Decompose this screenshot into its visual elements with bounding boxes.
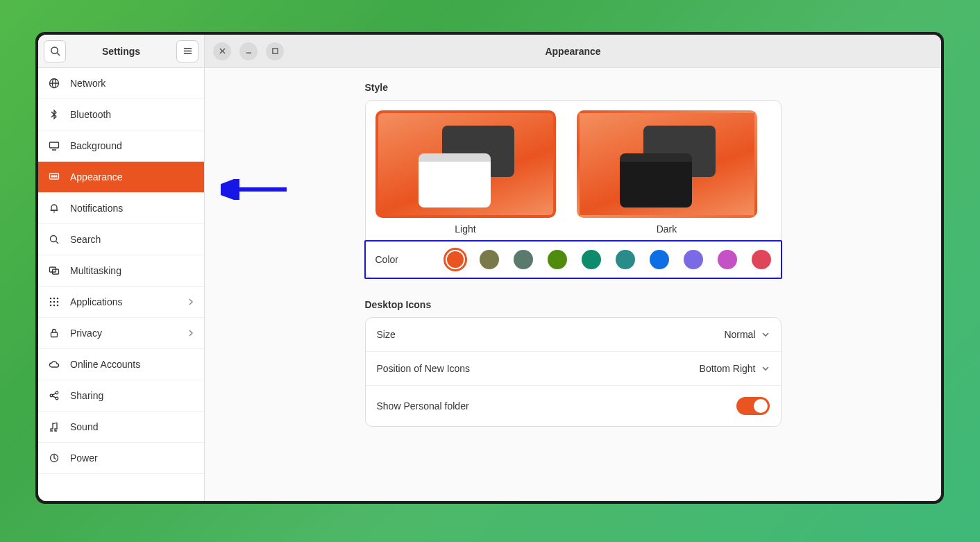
show-personal-toggle[interactable] [736, 397, 770, 415]
minimize-icon [246, 48, 252, 54]
style-thumb-light [375, 110, 556, 218]
style-option-light[interactable]: Light [375, 110, 556, 235]
svg-point-26 [50, 305, 52, 307]
svg-point-32 [56, 397, 58, 400]
sidebar-item-label: Multitasking [70, 265, 121, 276]
chevron-right-icon [187, 330, 194, 337]
size-label: Size [377, 329, 725, 340]
svg-point-13 [56, 176, 57, 177]
style-thumb-dark [577, 110, 757, 218]
color-swatch-6[interactable] [650, 250, 669, 269]
sidebar-item-label: Sound [70, 421, 98, 432]
sidebar-item-label: Bluetooth [70, 109, 111, 120]
color-swatch-0[interactable] [443, 248, 467, 271]
sidebar-item-applications[interactable]: Applications [38, 287, 204, 318]
svg-rect-29 [51, 332, 58, 337]
sidebar-item-sharing[interactable]: Sharing [38, 380, 204, 412]
svg-point-25 [57, 301, 59, 303]
sidebar-item-label: Power [70, 452, 98, 464]
maximize-button[interactable] [266, 42, 284, 60]
swatch-inner [447, 251, 464, 268]
size-row[interactable]: Size Normal [366, 318, 781, 352]
svg-point-16 [51, 236, 57, 242]
maximize-icon [272, 48, 278, 54]
sidebar-item-label: Background [70, 140, 122, 151]
show-personal-row: Show Personal folder [366, 386, 781, 426]
style-option-label: Dark [657, 223, 677, 235]
style-option-dark[interactable]: Dark [577, 110, 757, 235]
close-button[interactable] [213, 42, 231, 60]
sidebar-item-appearance[interactable]: Appearance [38, 162, 204, 193]
color-label: Color [375, 254, 398, 265]
color-swatch-3[interactable] [548, 250, 567, 269]
thumb-window-front [620, 153, 692, 208]
main-header: Appearance [205, 35, 941, 68]
sidebar-item-sound[interactable]: Sound [38, 412, 204, 443]
svg-point-22 [57, 298, 59, 300]
power-icon [48, 452, 60, 464]
sidebar-item-label: Notifications [70, 203, 123, 214]
svg-line-33 [53, 393, 56, 395]
color-row: Color [364, 240, 782, 279]
svg-point-20 [50, 298, 52, 300]
sidebar-item-network[interactable]: Network [38, 68, 204, 99]
svg-point-0 [51, 47, 57, 53]
position-value-dropdown[interactable]: Bottom Right [700, 363, 770, 374]
svg-point-30 [50, 394, 53, 397]
window-frame: Settings NetworkBluetoothBackgroundAppea… [35, 32, 944, 504]
thumb-window-front [419, 153, 491, 208]
svg-point-27 [53, 305, 56, 307]
cloud-icon [48, 358, 60, 371]
svg-point-11 [51, 176, 53, 177]
color-swatch-5[interactable] [616, 250, 635, 269]
settings-window: Settings NetworkBluetoothBackgroundAppea… [38, 35, 941, 501]
toggle-knob [754, 399, 768, 413]
sidebar-item-power[interactable]: Power [38, 443, 204, 474]
sidebar-header: Settings [38, 35, 204, 68]
sidebar-item-search[interactable]: Search [38, 224, 204, 255]
search-icon [50, 46, 60, 56]
display-icon [48, 139, 60, 152]
sidebar-item-label: Network [70, 78, 105, 89]
desktop-icons-panel: Size Normal Position of New Icons Bottom… [365, 317, 782, 427]
sidebar-item-bluetooth[interactable]: Bluetooth [38, 99, 204, 130]
sidebar-item-label: Search [70, 234, 101, 245]
minimize-button[interactable] [239, 42, 257, 60]
size-value-dropdown[interactable]: Normal [724, 329, 769, 340]
multitask-icon [48, 264, 60, 277]
color-swatch-9[interactable] [752, 250, 771, 269]
sidebar-item-privacy[interactable]: Privacy [38, 318, 204, 349]
svg-line-35 [53, 423, 57, 424]
style-panel: LightDark Color [365, 100, 782, 278]
sidebar: Settings NetworkBluetoothBackgroundAppea… [38, 35, 205, 501]
bluetooth-icon [48, 108, 60, 121]
position-row[interactable]: Position of New Icons Bottom Right [366, 352, 781, 386]
globe-icon [48, 77, 60, 90]
color-swatch-7[interactable] [684, 250, 703, 269]
sidebar-item-label: Appearance [70, 171, 123, 183]
svg-point-28 [57, 305, 59, 307]
hamburger-button[interactable] [176, 40, 198, 62]
svg-line-34 [53, 396, 56, 398]
search-icon [48, 233, 60, 246]
color-swatch-4[interactable] [582, 250, 601, 269]
color-swatch-1[interactable] [480, 250, 499, 269]
sidebar-item-notifications[interactable]: Notifications [38, 193, 204, 224]
svg-point-21 [53, 298, 56, 300]
page-title: Appearance [545, 46, 600, 57]
chevron-down-icon [761, 364, 770, 373]
show-personal-label: Show Personal folder [377, 400, 736, 412]
sidebar-item-multitasking[interactable]: Multitasking [38, 255, 204, 287]
sidebar-item-online-accounts[interactable]: Online Accounts [38, 349, 204, 380]
color-swatches [446, 250, 771, 269]
svg-rect-40 [272, 49, 277, 53]
search-button[interactable] [44, 40, 66, 62]
color-swatch-8[interactable] [718, 250, 737, 269]
svg-point-23 [50, 301, 52, 303]
sidebar-item-background[interactable]: Background [38, 130, 204, 162]
lock-icon [48, 327, 60, 339]
desktop-icons-section-label: Desktop Icons [365, 299, 782, 310]
svg-point-31 [56, 391, 58, 394]
svg-point-12 [53, 176, 55, 177]
color-swatch-2[interactable] [514, 250, 533, 269]
